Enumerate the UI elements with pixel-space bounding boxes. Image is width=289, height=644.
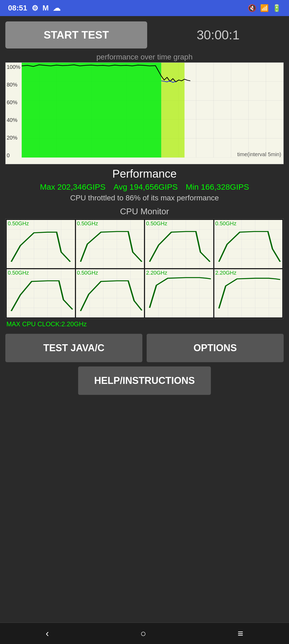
perf-stats-row: Max 202,346GIPS Avg 194,656GIPS Min 166,… bbox=[5, 182, 284, 192]
cpu-freq-6: 2.20GHz bbox=[146, 270, 167, 276]
perf-avg: Avg 194,656GIPS bbox=[113, 182, 178, 192]
menu-button[interactable]: ≡ bbox=[227, 625, 254, 642]
perf-throttle-text: CPU throttled to 86% of its max performa… bbox=[5, 194, 284, 202]
back-button[interactable]: ‹ bbox=[35, 625, 60, 642]
main-content: START TEST 30:00:1 performance over time… bbox=[0, 16, 289, 395]
perf-max: Max 202,346GIPS bbox=[40, 182, 105, 192]
cpu-grid: 0.50GHz 0.50GHz bbox=[5, 219, 284, 319]
help-btn-row: HELP/INSTRUCTIONS bbox=[5, 366, 284, 395]
cpu-freq-2: 0.50GHz bbox=[146, 220, 167, 227]
svg-rect-69 bbox=[76, 269, 144, 317]
bottom-nav: ‹ ○ ≡ bbox=[0, 623, 289, 644]
battery-icon: 🔋 bbox=[272, 4, 281, 12]
graph-x-label: time(interval 5min) bbox=[237, 151, 281, 158]
svg-rect-24 bbox=[7, 220, 75, 268]
cpu-monitor-title: CPU Monitor bbox=[5, 207, 284, 216]
gmail-icon: M bbox=[43, 4, 49, 12]
cpu-mini-svg-7 bbox=[214, 269, 283, 317]
cpu-mini-svg-5 bbox=[76, 269, 144, 317]
cpu-mini-svg-2 bbox=[145, 220, 213, 268]
cpu-freq-5: 0.50GHz bbox=[77, 270, 98, 276]
y-label-20: 20% bbox=[6, 135, 22, 141]
y-label-80: 80% bbox=[6, 82, 22, 88]
cpu-freq-1: 0.50GHz bbox=[77, 220, 98, 227]
no-sound-icon: 🔇 bbox=[248, 4, 256, 12]
graph-title: performance over time graph bbox=[5, 53, 284, 61]
cpu-mini-svg-1 bbox=[76, 220, 144, 268]
svg-rect-23 bbox=[161, 63, 185, 158]
y-label-0: 0 bbox=[6, 152, 22, 159]
cpu-freq-7: 2.20GHz bbox=[215, 270, 237, 276]
graph-area: time(interval 5min) bbox=[22, 63, 283, 158]
settings-icon: ⚙ bbox=[32, 4, 38, 13]
status-left: 08:51 ⚙ M ☁ bbox=[8, 4, 60, 13]
help-instructions-button[interactable]: HELP/INSTRUCTIONS bbox=[78, 366, 211, 395]
svg-rect-60 bbox=[7, 269, 75, 317]
svg-rect-22 bbox=[22, 63, 161, 158]
performance-section: Performance Max 202,346GIPS Avg 194,656G… bbox=[5, 167, 284, 202]
cpu-mini-svg-6 bbox=[145, 269, 213, 317]
cpu-chart-0: 0.50GHz bbox=[7, 220, 75, 268]
start-test-button[interactable]: START TEST bbox=[5, 21, 147, 48]
y-label-100: 100% bbox=[6, 64, 22, 70]
svg-rect-33 bbox=[76, 220, 144, 268]
cpu-chart-7: 2.20GHz bbox=[214, 269, 283, 317]
cpu-monitor-section: CPU Monitor 0.50GHz bbox=[5, 207, 284, 330]
perf-min: Min 166,328GIPS bbox=[186, 182, 249, 192]
wifi-icon: 📶 bbox=[260, 4, 269, 12]
test-java-c-button[interactable]: TEST JAVA/C bbox=[5, 334, 142, 362]
y-label-60: 60% bbox=[6, 99, 22, 106]
timer-display: 30:00:1 bbox=[153, 28, 284, 42]
cpu-mini-svg-0 bbox=[7, 220, 75, 268]
cpu-chart-1: 0.50GHz bbox=[76, 220, 144, 268]
cpu-freq-3: 0.50GHz bbox=[215, 220, 237, 227]
performance-title: Performance bbox=[5, 167, 284, 180]
cpu-mini-svg-4 bbox=[7, 269, 75, 317]
action-buttons-row: TEST JAVA/C OPTIONS bbox=[5, 334, 284, 362]
status-time: 08:51 bbox=[8, 4, 27, 12]
max-cpu-clock-label: MAX CPU CLOCK:2.20GHz bbox=[5, 319, 284, 330]
performance-graph: 100% 80% 60% 40% 20% 0 bbox=[5, 62, 284, 164]
options-button[interactable]: OPTIONS bbox=[147, 334, 284, 362]
top-row: START TEST 30:00:1 bbox=[5, 21, 284, 48]
graph-svg bbox=[22, 63, 283, 158]
status-bar: 08:51 ⚙ M ☁ 🔇 📶 🔋 bbox=[0, 0, 289, 16]
status-right: 🔇 📶 🔋 bbox=[248, 4, 281, 12]
svg-rect-87 bbox=[214, 269, 283, 317]
cpu-freq-4: 0.50GHz bbox=[8, 270, 29, 276]
cpu-chart-6: 2.20GHz bbox=[145, 269, 213, 317]
cpu-chart-2: 0.50GHz bbox=[145, 220, 213, 268]
svg-rect-78 bbox=[145, 269, 213, 317]
y-label-40: 40% bbox=[6, 117, 22, 123]
svg-rect-51 bbox=[214, 220, 283, 268]
home-button[interactable]: ○ bbox=[130, 625, 157, 642]
cloud-icon: ☁ bbox=[53, 4, 60, 13]
cpu-freq-0: 0.50GHz bbox=[8, 220, 29, 227]
cpu-mini-svg-3 bbox=[214, 220, 283, 268]
svg-rect-42 bbox=[145, 220, 213, 268]
cpu-chart-5: 0.50GHz bbox=[76, 269, 144, 317]
cpu-chart-3: 0.50GHz bbox=[214, 220, 283, 268]
cpu-chart-4: 0.50GHz bbox=[7, 269, 75, 317]
graph-y-labels: 100% 80% 60% 40% 20% 0 bbox=[6, 63, 22, 164]
